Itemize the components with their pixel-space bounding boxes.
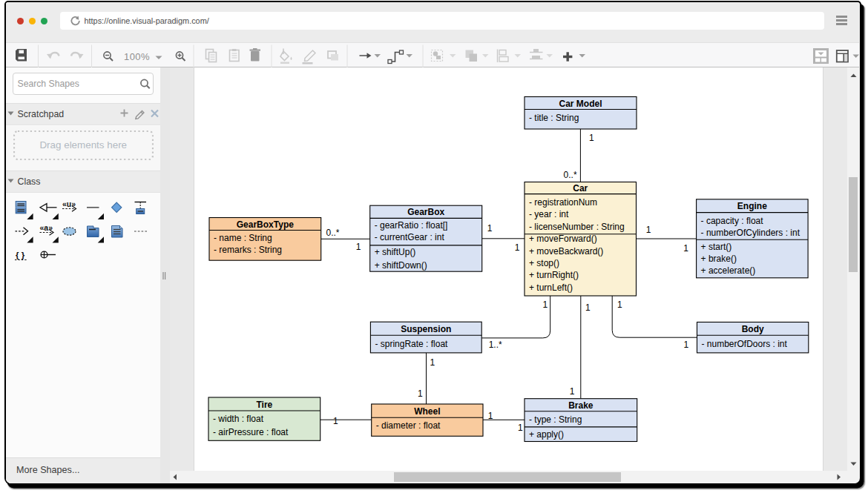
svg-text:+ accelerate(): + accelerate() — [701, 265, 756, 276]
svg-text:- licenseNumber : String: - licenseNumber : String — [529, 222, 625, 232]
svg-text:Car Model: Car Model — [559, 99, 602, 109]
svg-text:- numberOfDoors : int: - numberOfDoors : int — [702, 339, 788, 349]
svg-text:1: 1 — [487, 223, 493, 234]
svg-text:Wheel: Wheel — [414, 406, 440, 417]
svg-text:GearBoxType: GearBoxType — [237, 219, 294, 230]
svg-text:1: 1 — [646, 225, 651, 235]
svg-text:1: 1 — [543, 300, 548, 310]
svg-text:- diameter : float: - diameter : float — [376, 420, 441, 431]
svg-text:Tire: Tire — [256, 400, 272, 410]
svg-text:Car: Car — [573, 183, 588, 193]
svg-text:- width : float: - width : float — [213, 414, 264, 424]
svg-text:1: 1 — [617, 300, 622, 310]
svg-text:- springRate : float: - springRate : float — [375, 339, 448, 349]
svg-text:- airPressure : float: - airPressure : float — [213, 427, 289, 437]
svg-text:- name : String: - name : String — [214, 233, 272, 243]
svg-text:Suspension: Suspension — [401, 324, 451, 334]
svg-text:- currentGear : int: - currentGear : int — [375, 232, 445, 242]
svg-text:+ start(): + start() — [701, 242, 732, 252]
svg-text:1: 1 — [356, 242, 361, 252]
svg-text:1: 1 — [333, 416, 338, 426]
svg-text:1: 1 — [683, 243, 688, 254]
svg-text:1: 1 — [430, 357, 435, 368]
svg-text:1: 1 — [518, 423, 523, 433]
svg-text:+ shiftDown(): + shiftDown() — [375, 260, 427, 271]
svg-text:- gearRatio : float[]: - gearRatio : float[] — [375, 220, 448, 231]
svg-text:Brake: Brake — [568, 400, 594, 411]
svg-text:GearBox: GearBox — [407, 207, 444, 217]
svg-text:1..*: 1..* — [489, 340, 502, 350]
svg-text:+ turnLeft(): + turnLeft() — [529, 282, 573, 293]
svg-text:1: 1 — [488, 411, 493, 421]
svg-text:+ moveForward(): + moveForward() — [529, 234, 597, 244]
svg-text:1: 1 — [589, 133, 594, 143]
svg-text:1: 1 — [418, 388, 423, 399]
svg-text:- capacity : float: - capacity : float — [701, 216, 764, 226]
svg-text:+ stop(): + stop() — [529, 258, 559, 268]
svg-text:- registrationNum: - registrationNum — [529, 197, 597, 208]
svg-text:1: 1 — [515, 242, 520, 253]
svg-text:+ moveBackward(): + moveBackward() — [529, 246, 603, 257]
svg-text:Engine: Engine — [737, 201, 767, 211]
svg-text:+ turnRight(): + turnRight() — [529, 270, 579, 280]
svg-text:Body: Body — [742, 324, 764, 334]
svg-text:+ apply(): + apply() — [529, 429, 564, 440]
svg-text:- type : String: - type : String — [529, 414, 582, 425]
svg-text:1: 1 — [684, 340, 689, 350]
svg-text:- year : int: - year : int — [529, 209, 569, 219]
svg-text:0..*: 0..* — [564, 170, 577, 180]
svg-text:- remarks : String: - remarks : String — [214, 245, 282, 255]
svg-text:- numberOfCylinders : int: - numberOfCylinders : int — [701, 228, 800, 238]
svg-text:- title : String: - title : String — [529, 113, 579, 123]
svg-text:1: 1 — [585, 302, 591, 313]
svg-text:+ brake(): + brake() — [701, 254, 737, 264]
svg-text:0..*: 0..* — [326, 228, 340, 238]
svg-text:1: 1 — [570, 386, 575, 397]
svg-text:+ shiftUp(): + shiftUp() — [375, 247, 416, 257]
